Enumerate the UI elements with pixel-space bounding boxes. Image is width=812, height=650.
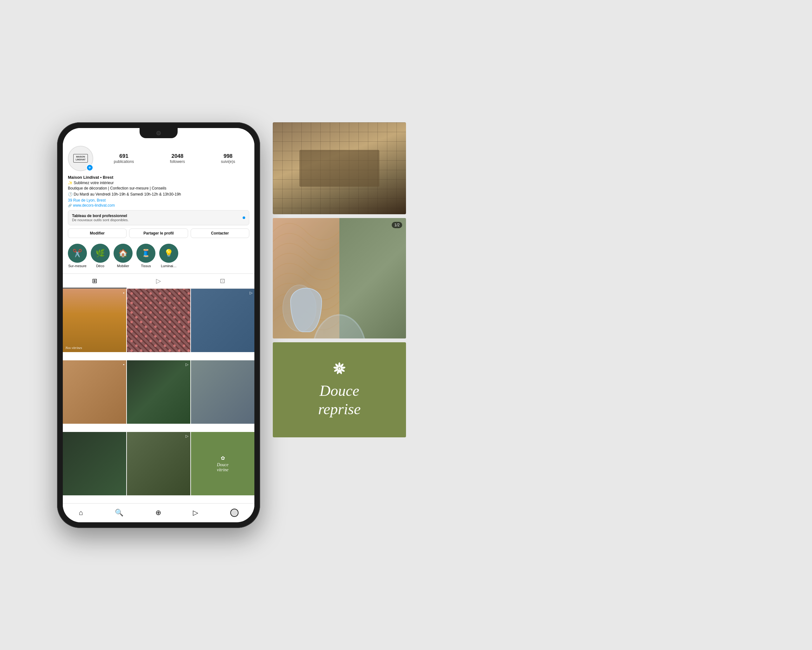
- grid-cell-3[interactable]: ▷: [191, 289, 254, 352]
- bottom-nav: ⌂ 🔍 ⊕ ▷: [63, 503, 254, 522]
- phone-notch: [140, 128, 178, 138]
- link-icon: 🔗: [68, 204, 72, 207]
- douce-text-block: Douce reprise: [318, 382, 361, 418]
- photo-glass-vase: 1/2: [273, 218, 406, 338]
- phone-body: MAISON LINDIVAT + 691 publications: [57, 122, 260, 528]
- stat-publications: 691 publications: [114, 153, 134, 164]
- nav-add-icon[interactable]: ⊕: [156, 508, 161, 517]
- phone-camera: [156, 131, 161, 135]
- glass-vase-image: [273, 218, 406, 338]
- douce-title-line2: reprise: [318, 400, 361, 418]
- highlight-label-mobilier: Mobilier: [117, 264, 130, 268]
- grid-cell-1[interactable]: Nos vitrines ▪: [63, 289, 126, 352]
- photo-shop-interior: [273, 122, 406, 214]
- save-icon-4: ▪: [123, 362, 124, 367]
- profile-name: Maison Lindivat • Brest: [68, 175, 249, 180]
- highlight-circle-tissus: 🧵: [136, 244, 156, 263]
- profile-description: Boutique de décoration | Confection sur-…: [68, 186, 249, 191]
- shop-interior-image: [273, 122, 406, 214]
- highlight-label-luminai: Luminai…: [161, 264, 177, 268]
- followers-label: followers: [170, 160, 185, 164]
- dashboard-title: Tableau de bord professionnel: [72, 214, 129, 218]
- shop-table: [299, 150, 379, 187]
- highlight-circle-sur-mesure: ✂️: [68, 244, 87, 263]
- tab-tagged[interactable]: ⊡: [191, 274, 254, 288]
- grid-text-vitrines: Nos vitrines: [65, 346, 82, 350]
- video-icon-1: ▪: [123, 291, 124, 295]
- photo-grid: Nos vitrines ▪ ▷ ▪: [63, 289, 254, 503]
- grid-cell-7[interactable]: [63, 432, 126, 495]
- highlight-mobilier[interactable]: 🏠 Mobilier: [114, 244, 133, 268]
- grid-cell-5[interactable]: ▷: [127, 360, 190, 424]
- video-icon-5: ▷: [186, 362, 188, 367]
- contacter-button[interactable]: Contacter: [191, 228, 249, 238]
- highlight-luminai[interactable]: 💡 Luminai…: [159, 244, 178, 268]
- dashboard-dot: [243, 216, 245, 219]
- profile-top-row: MAISON LINDIVAT + 691 publications: [68, 146, 249, 171]
- profile-url[interactable]: 🔗 www.decors-lindivat.com: [68, 203, 249, 208]
- douce-title-line1: Douce: [318, 382, 361, 400]
- video-icon-8: ▷: [186, 434, 188, 438]
- add-story-button[interactable]: +: [86, 164, 93, 171]
- grid-cell-2[interactable]: [127, 289, 190, 352]
- instagram-content: MAISON LINDIVAT + 691 publications: [63, 142, 254, 503]
- tab-grid[interactable]: ⊞: [63, 274, 127, 288]
- profile-tagline: ✨ Sublimez votre intérieur: [68, 181, 249, 185]
- content-tabs: ⊞ ▷ ⊡: [63, 274, 254, 289]
- publications-count: 691: [114, 153, 134, 160]
- highlight-label-deco: Déco: [96, 264, 104, 268]
- partager-button[interactable]: Partager le profil: [129, 228, 188, 238]
- grid-icon: ⊞: [92, 277, 98, 285]
- tagged-icon: ⊡: [220, 277, 225, 285]
- profile-stats: 691 publications 2048 followers 998 suiv…: [99, 153, 249, 164]
- right-panel: 1/2: [273, 122, 406, 437]
- action-buttons: Modifier Partager le profil Contacter: [68, 228, 249, 238]
- followers-count: 2048: [170, 153, 185, 160]
- profile-address[interactable]: 39 Rue de Lyon, Brest: [68, 198, 249, 202]
- video-icon-3: ▷: [250, 291, 252, 295]
- highlight-circle-luminai: 💡: [159, 244, 178, 263]
- avatar-container: MAISON LINDIVAT +: [68, 146, 93, 171]
- grid-cell-4[interactable]: ▪: [63, 360, 126, 424]
- profile-header: MAISON LINDIVAT + 691 publications: [63, 142, 254, 274]
- stat-suivi: 998 suivi(e)s: [221, 153, 235, 164]
- phone-screen: MAISON LINDIVAT + 691 publications: [63, 128, 254, 522]
- suivi-count: 998: [221, 153, 235, 160]
- highlight-tissus[interactable]: 🧵 Tissus: [136, 244, 156, 268]
- nav-search-icon[interactable]: 🔍: [115, 508, 124, 517]
- reels-icon: ▷: [156, 277, 161, 285]
- nav-home-icon[interactable]: ⌂: [79, 508, 83, 517]
- douce-card-content: Douce reprise: [282, 352, 397, 428]
- grid-cell-8[interactable]: ▷: [127, 432, 190, 495]
- phone-mockup: MAISON LINDIVAT + 691 publications: [57, 122, 260, 528]
- douce-logo-icon: [328, 361, 351, 376]
- highlight-label-sur-mesure: Sur-mesure: [68, 264, 86, 268]
- grid-douce-text: Doucevitrine: [217, 463, 229, 472]
- svg-point-1: [313, 315, 366, 338]
- nav-reels-icon[interactable]: ▷: [193, 508, 198, 517]
- publications-label: publications: [114, 160, 134, 164]
- modifier-button[interactable]: Modifier: [68, 228, 127, 238]
- highlight-deco[interactable]: 🌿 Déco: [91, 244, 110, 268]
- tab-reels[interactable]: ▷: [127, 274, 190, 288]
- highlight-sur-mesure[interactable]: ✂️ Sur-mesure: [68, 244, 87, 268]
- grid-cell-9-douce[interactable]: ✿ Doucevitrine: [191, 432, 254, 495]
- glass-right-panel: [339, 218, 406, 338]
- photo-douce-reprise: Douce reprise: [273, 342, 406, 437]
- suivi-label: suivi(e)s: [221, 160, 235, 164]
- profile-schedule: 🕐 Du Mardi au Vendredi 10h-19h & Samedi …: [68, 192, 249, 197]
- nav-profile-avatar[interactable]: [230, 508, 238, 517]
- highlight-circle-mobilier: 🏠: [114, 244, 133, 263]
- grid-cell-6[interactable]: [191, 360, 254, 424]
- avatar-logo: MAISON LINDIVAT: [73, 154, 87, 163]
- url-text: www.decors-lindivat.com: [73, 203, 115, 208]
- carousel-badge: 1/2: [392, 222, 402, 228]
- highlight-circle-deco: 🌿: [91, 244, 110, 263]
- highlights-row: ✂️ Sur-mesure 🌿 Déco: [68, 241, 249, 271]
- dashboard-text: Tableau de bord professionnel De nouveau…: [72, 214, 129, 222]
- dashboard-banner[interactable]: Tableau de bord professionnel De nouveau…: [68, 210, 249, 225]
- highlight-label-tissus: Tissus: [141, 264, 151, 268]
- stat-followers: 2048 followers: [170, 153, 185, 164]
- dashboard-subtitle: De nouveaux outils sont disponibles.: [72, 218, 129, 222]
